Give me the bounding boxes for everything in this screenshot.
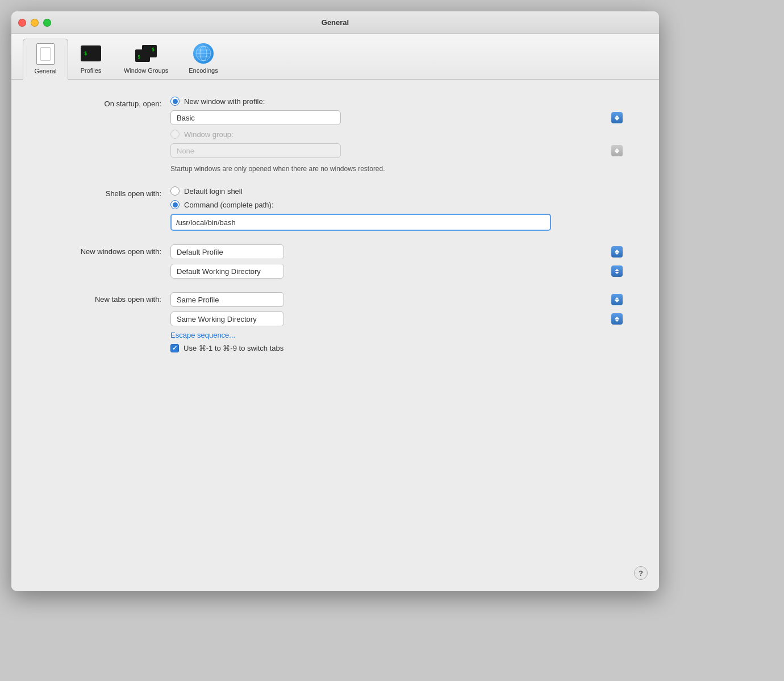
startup-hint: Startup windows are only opened when the…	[170, 165, 625, 173]
command-radio-label: Command (complete path):	[184, 201, 274, 209]
window-controls[interactable]	[18, 19, 51, 27]
escape-sequence-link[interactable]: Escape sequence...	[170, 331, 625, 339]
shells-controls: Default login shell Command (complete pa…	[170, 186, 625, 231]
tab-encodings[interactable]: Encodings	[178, 39, 228, 79]
profile-select[interactable]: Basic	[170, 110, 341, 125]
profile-select-arrows	[611, 112, 623, 123]
new-tabs-controls: Same Profile Same Working Directory	[170, 292, 625, 352]
startup-controls: New window with profile: Basic Window gr…	[170, 97, 625, 173]
shells-label: Shells open with:	[45, 186, 170, 199]
new-tabs-profile-arrows	[611, 294, 623, 305]
arrow-up-icon	[615, 115, 619, 118]
new-tabs-profile-select[interactable]: Same Profile	[170, 292, 284, 307]
default-login-radio[interactable]	[170, 186, 180, 196]
encodings-icon	[192, 42, 215, 65]
new-windows-profile-select[interactable]: Default Profile	[170, 244, 284, 259]
toolbar: General $ Profiles $ $	[11, 34, 659, 80]
switch-tabs-row: Use ⌘-1 to ⌘-9 to switch tabs	[170, 344, 625, 352]
new-tabs-profile-wrapper: Same Profile	[170, 292, 625, 307]
tab-general[interactable]: General	[23, 39, 68, 80]
title-bar: General	[11, 11, 659, 34]
new-windows-profile-wrapper: Default Profile	[170, 244, 625, 259]
minimize-button[interactable]	[31, 19, 39, 27]
help-button[interactable]: ?	[634, 566, 648, 580]
new-windows-dir-select[interactable]: Default Working Directory	[170, 264, 284, 279]
close-button[interactable]	[18, 19, 26, 27]
command-radio[interactable]	[170, 200, 180, 209]
tab-profiles[interactable]: $ Profiles	[68, 39, 114, 79]
new-window-radio-label: New window with profile:	[184, 97, 265, 106]
startup-label: On startup, open:	[45, 97, 170, 109]
default-login-radio-row: Default login shell	[170, 186, 625, 196]
new-tabs-label: New tabs open with:	[45, 292, 170, 305]
new-tabs-dir-wrapper: Same Working Directory	[170, 312, 625, 326]
arrow-up-icon4	[615, 269, 619, 271]
window-group-select-wrapper: None	[170, 143, 625, 158]
new-tabs-row: New tabs open with: Same Profile Same Wo…	[45, 292, 625, 352]
new-windows-controls: Default Profile Default Working Director…	[170, 244, 625, 279]
tab-encodings-label: Encodings	[189, 67, 218, 74]
arrow-up-icon6	[615, 317, 619, 319]
window-group-select[interactable]: None	[170, 143, 341, 158]
default-login-label: Default login shell	[184, 187, 243, 196]
window-title: General	[322, 18, 349, 27]
command-input[interactable]	[170, 214, 551, 231]
shells-row: Shells open with: Default login shell Co…	[45, 186, 625, 231]
window-group-radio-label: Window group:	[184, 130, 233, 139]
new-window-radio[interactable]	[170, 97, 180, 106]
arrow-up-icon5	[615, 297, 619, 300]
new-windows-row: New windows open with: Default Profile D…	[45, 244, 625, 279]
tab-profiles-label: Profiles	[81, 67, 102, 74]
window-group-radio-row: Window group:	[170, 130, 625, 139]
new-windows-dir-wrapper: Default Working Directory	[170, 264, 625, 279]
switch-tabs-checkbox[interactable]	[170, 344, 179, 352]
window-group-select-arrows	[611, 145, 623, 156]
arrow-down-icon2	[615, 151, 619, 153]
tab-window-groups-label: Window Groups	[124, 67, 168, 74]
startup-row: On startup, open: New window with profil…	[45, 97, 625, 173]
window-group-radio[interactable]	[170, 130, 180, 139]
new-tabs-dir-arrows	[611, 313, 623, 325]
arrow-up-icon2	[615, 148, 619, 151]
arrow-down-icon3	[615, 252, 619, 255]
switch-tabs-label: Use ⌘-1 to ⌘-9 to switch tabs	[184, 344, 283, 352]
command-radio-row: Command (complete path):	[170, 200, 625, 209]
profiles-icon: $	[80, 42, 102, 65]
arrow-down-icon6	[615, 319, 619, 322]
profile-select-wrapper: Basic	[170, 110, 625, 125]
tab-window-groups[interactable]: $ $ Window Groups	[114, 39, 178, 79]
new-windows-dir-arrows	[611, 265, 623, 277]
maximize-button[interactable]	[43, 19, 51, 27]
new-windows-profile-arrows	[611, 246, 623, 258]
window-groups-icon: $ $	[135, 42, 157, 65]
new-window-radio-row: New window with profile:	[170, 97, 625, 106]
tab-general-label: General	[34, 68, 56, 74]
arrow-up-icon3	[615, 250, 619, 252]
general-icon	[34, 43, 57, 65]
new-tabs-dir-select[interactable]: Same Working Directory	[170, 312, 284, 326]
arrow-down-icon	[615, 118, 619, 121]
arrow-down-icon4	[615, 272, 619, 274]
new-windows-label: New windows open with:	[45, 244, 170, 257]
arrow-down-icon5	[615, 300, 619, 302]
